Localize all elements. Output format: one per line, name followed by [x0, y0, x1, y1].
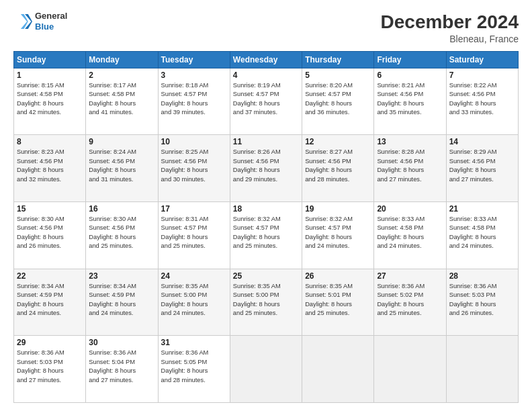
day-number: 14 — [449, 137, 515, 146]
day-info: Sunrise: 8:24 AM Sunset: 4:56 PM Dayligh… — [89, 148, 154, 184]
calendar-cell: 8Sunrise: 8:23 AM Sunset: 4:56 PM Daylig… — [14, 135, 86, 202]
page: General Blue December 2024 Bleneau, Fran… — [0, 0, 532, 411]
header-day-tuesday: Tuesday — [158, 51, 230, 68]
day-number: 13 — [377, 137, 443, 146]
calendar-cell: 23Sunrise: 8:34 AM Sunset: 4:59 PM Dayli… — [86, 269, 158, 336]
day-number: 3 — [161, 71, 227, 80]
day-number: 12 — [305, 137, 371, 146]
logo: General Blue — [13, 11, 67, 32]
day-info: Sunrise: 8:36 AM Sunset: 5:05 PM Dayligh… — [161, 349, 227, 385]
calendar-cell — [230, 336, 302, 403]
day-info: Sunrise: 8:32 AM Sunset: 4:57 PM Dayligh… — [305, 215, 371, 251]
week-row-4: 22Sunrise: 8:34 AM Sunset: 4:59 PM Dayli… — [14, 269, 519, 336]
day-info: Sunrise: 8:35 AM Sunset: 5:00 PM Dayligh… — [233, 282, 299, 318]
day-info: Sunrise: 8:35 AM Sunset: 5:01 PM Dayligh… — [305, 282, 371, 318]
day-number: 4 — [233, 71, 299, 80]
calendar-cell — [302, 336, 374, 403]
week-row-5: 29Sunrise: 8:36 AM Sunset: 5:03 PM Dayli… — [14, 336, 519, 403]
day-number: 23 — [89, 271, 154, 281]
day-info: Sunrise: 8:17 AM Sunset: 4:58 PM Dayligh… — [89, 81, 154, 118]
day-info: Sunrise: 8:36 AM Sunset: 5:04 PM Dayligh… — [89, 349, 154, 385]
calendar-cell: 10Sunrise: 8:25 AM Sunset: 4:56 PM Dayli… — [158, 135, 230, 202]
header-day-friday: Friday — [374, 51, 446, 68]
day-number: 10 — [161, 137, 227, 146]
day-number: 8 — [17, 137, 83, 146]
day-info: Sunrise: 8:25 AM Sunset: 4:56 PM Dayligh… — [161, 148, 227, 184]
day-info: Sunrise: 8:36 AM Sunset: 5:03 PM Dayligh… — [17, 349, 83, 385]
day-info: Sunrise: 8:32 AM Sunset: 4:57 PM Dayligh… — [233, 215, 299, 251]
day-number: 1 — [17, 71, 83, 80]
calendar-cell: 4Sunrise: 8:19 AM Sunset: 4:57 PM Daylig… — [230, 68, 302, 135]
calendar-cell: 7Sunrise: 8:22 AM Sunset: 4:56 PM Daylig… — [446, 68, 518, 135]
day-info: Sunrise: 8:28 AM Sunset: 4:56 PM Dayligh… — [377, 148, 443, 184]
day-number: 22 — [17, 271, 83, 281]
day-number: 6 — [377, 71, 443, 80]
day-number: 29 — [17, 338, 83, 347]
day-number: 21 — [449, 204, 515, 214]
calendar-cell: 17Sunrise: 8:31 AM Sunset: 4:57 PM Dayli… — [158, 201, 230, 269]
day-info: Sunrise: 8:26 AM Sunset: 4:56 PM Dayligh… — [233, 148, 299, 184]
day-number: 2 — [89, 71, 154, 80]
day-number: 31 — [161, 338, 227, 347]
day-number: 28 — [449, 271, 515, 281]
day-info: Sunrise: 8:34 AM Sunset: 4:59 PM Dayligh… — [89, 282, 154, 318]
calendar-cell: 11Sunrise: 8:26 AM Sunset: 4:56 PM Dayli… — [230, 135, 302, 202]
day-info: Sunrise: 8:22 AM Sunset: 4:56 PM Dayligh… — [449, 81, 515, 118]
calendar-cell: 25Sunrise: 8:35 AM Sunset: 5:00 PM Dayli… — [230, 269, 302, 336]
calendar-cell — [446, 336, 518, 403]
day-number: 25 — [233, 271, 299, 281]
day-number: 18 — [233, 204, 299, 214]
calendar-cell: 5Sunrise: 8:20 AM Sunset: 4:57 PM Daylig… — [302, 68, 374, 135]
calendar-cell: 19Sunrise: 8:32 AM Sunset: 4:57 PM Dayli… — [302, 201, 374, 269]
day-number: 24 — [161, 271, 227, 281]
header-day-wednesday: Wednesday — [230, 51, 302, 68]
calendar-cell: 12Sunrise: 8:27 AM Sunset: 4:56 PM Dayli… — [302, 135, 374, 202]
calendar-body: 1Sunrise: 8:15 AM Sunset: 4:58 PM Daylig… — [14, 68, 519, 402]
calendar-cell: 14Sunrise: 8:29 AM Sunset: 4:56 PM Dayli… — [446, 135, 518, 202]
calendar-cell — [374, 336, 446, 403]
calendar-cell: 16Sunrise: 8:30 AM Sunset: 4:56 PM Dayli… — [86, 201, 158, 269]
day-info: Sunrise: 8:36 AM Sunset: 5:02 PM Dayligh… — [377, 282, 443, 318]
week-row-2: 8Sunrise: 8:23 AM Sunset: 4:56 PM Daylig… — [14, 135, 519, 202]
logo-icon — [13, 12, 32, 31]
calendar-cell: 24Sunrise: 8:35 AM Sunset: 5:00 PM Dayli… — [158, 269, 230, 336]
calendar-cell: 29Sunrise: 8:36 AM Sunset: 5:03 PM Dayli… — [14, 336, 86, 403]
logo-line1: General — [35, 11, 67, 21]
week-row-1: 1Sunrise: 8:15 AM Sunset: 4:58 PM Daylig… — [14, 68, 519, 135]
day-number: 27 — [377, 271, 443, 281]
header-day-saturday: Saturday — [446, 51, 518, 68]
calendar-cell: 9Sunrise: 8:24 AM Sunset: 4:56 PM Daylig… — [86, 135, 158, 202]
calendar-header: SundayMondayTuesdayWednesdayThursdayFrid… — [14, 51, 519, 68]
day-info: Sunrise: 8:36 AM Sunset: 5:03 PM Dayligh… — [449, 282, 515, 318]
day-number: 20 — [377, 204, 443, 214]
calendar-cell: 26Sunrise: 8:35 AM Sunset: 5:01 PM Dayli… — [302, 269, 374, 336]
main-title: December 2024 — [381, 11, 519, 34]
day-info: Sunrise: 8:27 AM Sunset: 4:56 PM Dayligh… — [305, 148, 371, 184]
day-info: Sunrise: 8:21 AM Sunset: 4:56 PM Dayligh… — [377, 81, 443, 118]
day-number: 5 — [305, 71, 371, 80]
header-day-sunday: Sunday — [14, 51, 86, 68]
day-info: Sunrise: 8:29 AM Sunset: 4:56 PM Dayligh… — [449, 148, 515, 184]
day-number: 15 — [17, 204, 83, 214]
calendar-cell: 6Sunrise: 8:21 AM Sunset: 4:56 PM Daylig… — [374, 68, 446, 135]
day-info: Sunrise: 8:33 AM Sunset: 4:58 PM Dayligh… — [377, 215, 443, 251]
day-info: Sunrise: 8:30 AM Sunset: 4:56 PM Dayligh… — [17, 215, 83, 251]
day-info: Sunrise: 8:19 AM Sunset: 4:57 PM Dayligh… — [233, 81, 299, 118]
day-number: 7 — [449, 71, 515, 80]
day-number: 19 — [305, 204, 371, 214]
day-number: 9 — [89, 137, 154, 146]
subtitle: Bleneau, France — [381, 34, 519, 44]
day-number: 30 — [89, 338, 154, 347]
day-number: 17 — [161, 204, 227, 214]
calendar-cell: 3Sunrise: 8:18 AM Sunset: 4:57 PM Daylig… — [158, 68, 230, 135]
calendar-cell: 2Sunrise: 8:17 AM Sunset: 4:58 PM Daylig… — [86, 68, 158, 135]
calendar-cell: 31Sunrise: 8:36 AM Sunset: 5:05 PM Dayli… — [158, 336, 230, 403]
day-info: Sunrise: 8:15 AM Sunset: 4:58 PM Dayligh… — [17, 81, 83, 118]
calendar-table: SundayMondayTuesdayWednesdayThursdayFrid… — [13, 51, 519, 403]
day-number: 26 — [305, 271, 371, 281]
calendar-cell: 1Sunrise: 8:15 AM Sunset: 4:58 PM Daylig… — [14, 68, 86, 135]
day-info: Sunrise: 8:20 AM Sunset: 4:57 PM Dayligh… — [305, 81, 371, 118]
header: General Blue December 2024 Bleneau, Fran… — [13, 11, 519, 44]
calendar-cell: 27Sunrise: 8:36 AM Sunset: 5:02 PM Dayli… — [374, 269, 446, 336]
calendar-cell: 21Sunrise: 8:33 AM Sunset: 4:58 PM Dayli… — [446, 201, 518, 269]
